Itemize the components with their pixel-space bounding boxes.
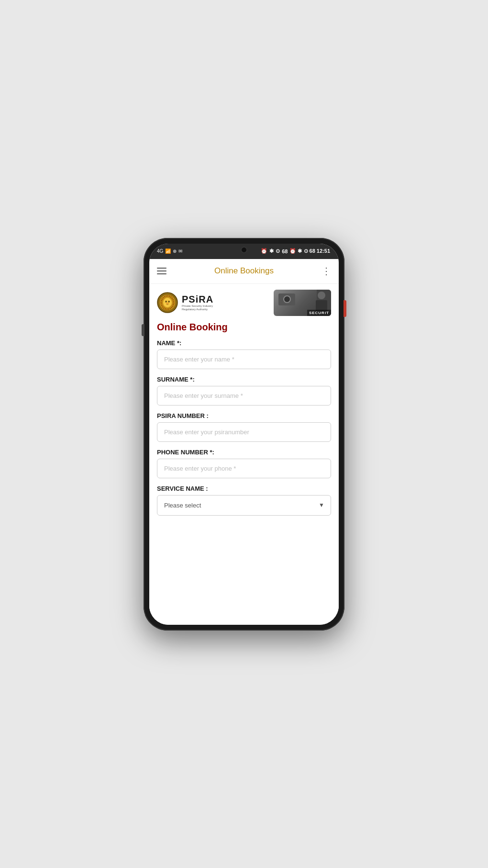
- logo-tagline: Private Security Industry Regulatory Aut…: [182, 304, 225, 311]
- alarm-icon: ⏰: [261, 248, 267, 254]
- svg-point-6: [169, 301, 170, 302]
- whatsapp-icon: ⊕: [173, 248, 177, 254]
- phone-number-label: PHONE NUMBER *:: [157, 449, 331, 456]
- form-title: Online Booking: [157, 322, 331, 333]
- surname-input[interactable]: [157, 386, 331, 406]
- phone-device: 4G 📶 ⊕ ✉ ⏰ ✱ ⊙ 68 ⏰ ✱ ⊙ 68 12:51 Online …: [144, 238, 344, 631]
- bluetooth-icon: ✱: [269, 248, 274, 254]
- hamburger-menu-button[interactable]: [157, 268, 166, 274]
- hero-image-label: SECURIT: [307, 310, 331, 316]
- psira-logo-icon: [157, 292, 178, 313]
- psira-number-input[interactable]: [157, 422, 331, 442]
- clock: ⏰ ✱ ⊙ 68 12:51: [289, 248, 330, 254]
- hamburger-line-2: [157, 271, 166, 271]
- name-label: NAME *:: [157, 339, 331, 347]
- name-field-group: NAME *:: [157, 339, 331, 369]
- svg-point-5: [166, 301, 167, 302]
- hero-banner-image: SECURIT: [274, 290, 331, 316]
- status-right: ⏰ ✱ ⊙ 68 ⏰ ✱ ⊙ 68 12:51: [261, 248, 330, 254]
- signal-icon: 4G: [157, 248, 163, 254]
- svg-point-10: [318, 292, 325, 299]
- phone-number-field-group: PHONE NUMBER *:: [157, 449, 331, 478]
- app-bar-title: Online Bookings: [214, 266, 274, 276]
- psira-number-label: PSIRA NUMBER :: [157, 412, 331, 419]
- mail-icon: ✉: [178, 248, 182, 254]
- logo-area: PSiRA Private Security Industry Regulato…: [157, 290, 225, 316]
- status-left: 4G 📶 ⊕ ✉: [157, 248, 182, 254]
- phone-screen: 4G 📶 ⊕ ✉ ⏰ ✱ ⊙ 68 ⏰ ✱ ⊙ 68 12:51 Online …: [149, 244, 339, 625]
- svg-point-7: [166, 303, 169, 304]
- service-name-select[interactable]: Please select: [157, 495, 331, 516]
- surname-field-group: SURNAME *:: [157, 376, 331, 406]
- content-area: PSiRA Private Security Industry Regulato…: [149, 284, 339, 625]
- phone-number-input[interactable]: [157, 459, 331, 478]
- hamburger-line-1: [157, 268, 166, 269]
- psira-logo-text: PSiRA Private Security Industry Regulato…: [182, 294, 225, 311]
- wifi-icon: 📶: [165, 248, 171, 254]
- camera-notch: [241, 247, 247, 253]
- psira-number-field-group: PSIRA NUMBER :: [157, 412, 331, 442]
- location-icon: ⊙: [276, 248, 280, 254]
- hero-section: PSiRA Private Security Industry Regulato…: [149, 284, 339, 320]
- battery-icon: 68: [282, 248, 288, 254]
- booking-form: Online Booking NAME *: SURNAME *: PSIRA …: [149, 320, 339, 532]
- name-input[interactable]: [157, 349, 331, 369]
- service-name-select-wrapper: Please select ▼: [157, 495, 331, 516]
- side-button: [142, 324, 144, 336]
- more-options-button[interactable]: ⋮: [322, 266, 331, 276]
- service-name-field-group: SERVICE NAME : Please select ▼: [157, 485, 331, 516]
- hamburger-line-3: [157, 273, 166, 274]
- app-bar: Online Bookings ⋮: [149, 259, 339, 284]
- service-name-label: SERVICE NAME :: [157, 485, 331, 492]
- camera-illustration: [278, 293, 295, 305]
- surname-label: SURNAME *:: [157, 376, 331, 383]
- volume-button: [344, 300, 346, 317]
- logo-brand-name: PSiRA: [182, 294, 225, 304]
